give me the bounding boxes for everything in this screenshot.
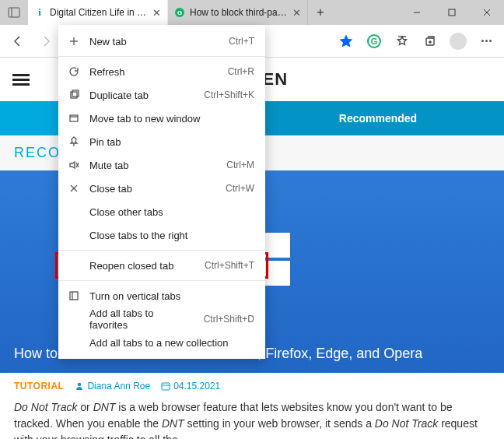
context-menu-label: Duplicate tab: [89, 90, 194, 101]
blank-icon: [68, 229, 80, 241]
context-menu-shortcut: Ctrl+M: [226, 160, 254, 170]
context-menu-item-close-tabs-to-the-right[interactable]: Close tabs to the right: [58, 223, 265, 247]
svg-rect-18: [71, 92, 77, 98]
context-menu-item-pin-tab[interactable]: Pin tab: [58, 130, 265, 153]
context-menu-item-add-all-tabs-to-a-new-collection[interactable]: Add all tabs to a new collection: [58, 331, 265, 354]
context-menu-item-close-other-tabs[interactable]: Close other tabs: [58, 200, 265, 223]
svg-point-13: [78, 383, 81, 386]
article-excerpt: Do Not Track or DNT is a web browser fea…: [0, 396, 504, 439]
context-menu-label: Move tab to new window: [89, 113, 245, 125]
tab-title: How to block third-party cookies: [190, 7, 288, 18]
article-tag: TUTORIAL: [14, 381, 64, 392]
svg-rect-3: [449, 9, 455, 16]
close-icon: [68, 182, 80, 195]
plus-icon: [68, 35, 80, 47]
svg-rect-0: [9, 8, 19, 17]
refresh-icon: [68, 65, 80, 78]
article-meta: TUTORIAL Diana Ann Roe 04.15.2021: [0, 373, 504, 396]
context-menu-item-turn-on-vertical-tabs[interactable]: Turn on vertical tabs: [58, 284, 265, 307]
new-tab-button[interactable]: +: [308, 0, 333, 25]
context-menu-shortcut: Ctrl+W: [226, 183, 254, 194]
context-menu-item-new-tab[interactable]: New tabCtrl+T: [58, 30, 265, 53]
vtabs-icon: [68, 290, 80, 302]
context-menu-label: New tab: [89, 36, 219, 47]
profile-button[interactable]: [445, 28, 471, 54]
context-menu-shortcut: Ctrl+R: [228, 66, 254, 77]
svg-rect-19: [72, 90, 79, 97]
context-menu-shortcut: Ctrl+T: [229, 36, 254, 47]
context-menu-item-refresh[interactable]: RefreshCtrl+R: [58, 60, 265, 83]
favicon-digital-citizen: i: [34, 7, 45, 18]
maximize-button[interactable]: [434, 0, 469, 25]
context-menu-label: Close other tabs: [89, 206, 245, 218]
context-menu-separator: [58, 280, 265, 281]
context-menu-label: Pin tab: [89, 136, 245, 148]
context-menu-item-close-tab[interactable]: Close tabCtrl+W: [58, 177, 265, 200]
svg-rect-12: [262, 261, 290, 286]
context-menu-label: Turn on vertical tabs: [89, 290, 245, 302]
context-menu-shortcut: Ctrl+Shift+T: [205, 260, 254, 271]
duplicate-icon: [68, 89, 80, 101]
svg-rect-14: [162, 383, 170, 390]
favorite-star-icon[interactable]: [333, 28, 359, 54]
context-menu-item-duplicate-tab[interactable]: Duplicate tabCtrl+Shift+K: [58, 83, 265, 107]
svg-rect-27: [70, 292, 78, 300]
forward-button[interactable]: [33, 28, 59, 54]
extension-icon[interactable]: G: [361, 28, 387, 54]
context-menu-label: Close tab: [89, 183, 216, 195]
tab-close-icon[interactable]: ✕: [292, 7, 301, 19]
vertical-tabs-button[interactable]: [0, 0, 28, 25]
context-menu-separator: [58, 56, 265, 57]
blank-icon: [68, 259, 80, 272]
settings-menu-button[interactable]: [473, 28, 499, 54]
blank-icon: [68, 336, 80, 349]
blank-icon: [68, 205, 80, 218]
context-menu-label: Add all tabs to favorites: [89, 307, 194, 331]
minimize-button[interactable]: [399, 0, 434, 25]
article-date: 04.15.2021: [161, 381, 220, 392]
context-menu-item-move-tab-to-new-window[interactable]: Move tab to new window: [58, 107, 265, 130]
pin-icon: [68, 135, 80, 148]
category-tab-recommended[interactable]: Recommended: [252, 101, 504, 135]
context-menu-separator: [58, 250, 265, 251]
tab-title: Digital Citizen Life in a digital wo: [50, 7, 148, 18]
favorites-button[interactable]: [389, 28, 415, 54]
close-window-button[interactable]: [469, 0, 504, 25]
mute-icon: [68, 159, 80, 171]
context-menu-item-mute-tab[interactable]: Mute tabCtrl+M: [58, 153, 265, 177]
context-menu-shortcut: Ctrl+Shift+D: [204, 314, 254, 325]
collections-button[interactable]: [417, 28, 443, 54]
window-controls: [399, 0, 504, 25]
tabs-row: i Digital Citizen Life in a digital wo ✕…: [28, 0, 399, 25]
svg-rect-20: [70, 115, 78, 121]
svg-rect-10: [262, 233, 290, 258]
tab-0[interactable]: i Digital Citizen Life in a digital wo ✕: [28, 0, 168, 25]
tab-1[interactable]: G How to block third-party cookies ✕: [168, 0, 308, 25]
context-menu-label: Refresh: [89, 66, 219, 78]
context-menu-shortcut: Ctrl+Shift+K: [204, 90, 254, 100]
hamburger-icon[interactable]: [12, 72, 30, 88]
tab-close-icon[interactable]: ✕: [152, 7, 161, 19]
movewin-icon: [68, 112, 80, 125]
article-author[interactable]: Diana Ann Roe: [75, 381, 150, 392]
context-menu-label: Reopen closed tab: [89, 260, 195, 272]
context-menu-label: Close tabs to the right: [89, 230, 245, 241]
context-menu-label: Mute tab: [89, 160, 217, 171]
context-menu-item-reopen-closed-tab[interactable]: Reopen closed tabCtrl+Shift+T: [58, 254, 265, 277]
favicon-generic: G: [174, 7, 185, 18]
context-menu-label: Add all tabs to a new collection: [89, 337, 245, 349]
tab-context-menu: New tabCtrl+TRefreshCtrl+RDuplicate tabC…: [58, 25, 265, 359]
window-titlebar: i Digital Citizen Life in a digital wo ✕…: [0, 0, 504, 25]
back-button[interactable]: [5, 28, 31, 54]
context-menu-item-add-all-tabs-to-favorites[interactable]: Add all tabs to favoritesCtrl+Shift+D: [58, 307, 265, 331]
blank-icon: [68, 313, 80, 325]
